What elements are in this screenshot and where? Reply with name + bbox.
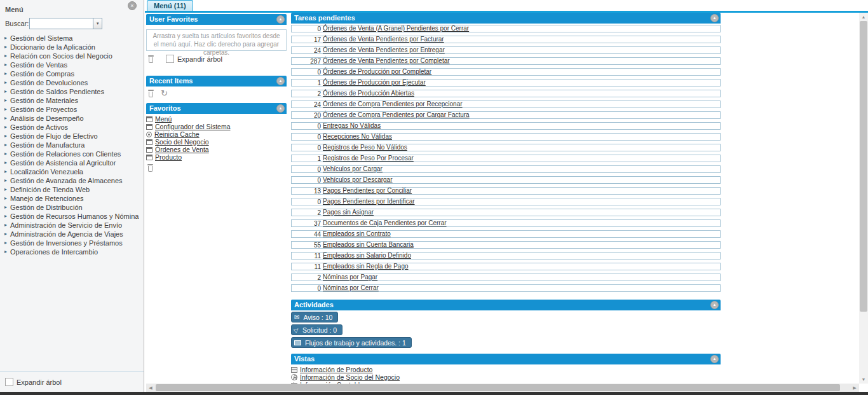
task-link[interactable]: Entregas No Válidas [323, 123, 381, 129]
menu-tree-item[interactable]: Gestión de Relaciones con Clientes [0, 149, 144, 158]
task-link[interactable]: Documentos de Caja Pendientes por Cerrar [323, 220, 447, 226]
menu-tree-item[interactable]: Gestión de Devoluciones [0, 78, 144, 87]
collapse-icon[interactable] [276, 15, 285, 24]
collapse-icon[interactable] [710, 301, 719, 309]
favorite-link[interactable]: Reinicia Cache [154, 131, 200, 138]
scroll-right-icon[interactable] [850, 384, 859, 392]
trash-icon[interactable] [147, 89, 154, 97]
favorite-link[interactable]: Configurador del Sistema [155, 123, 230, 130]
chevron-right-icon[interactable] [4, 176, 10, 185]
menu-tree-item[interactable]: Gestión de Asistencia al Agricultor [0, 158, 144, 167]
task-link[interactable]: Empleados sin Regla de Pago [323, 263, 409, 270]
scroll-down-icon[interactable] [859, 375, 868, 384]
chevron-right-icon[interactable] [4, 105, 10, 114]
favorite-item[interactable]: Menú [146, 115, 287, 123]
chevron-right-icon[interactable] [4, 239, 10, 247]
chevron-right-icon[interactable] [4, 221, 10, 230]
scroll-up-icon[interactable] [859, 13, 868, 21]
menu-tree-item[interactable]: Gestión de Recursos Humanos y Nómina [0, 212, 144, 221]
chevron-right-icon[interactable] [4, 149, 10, 158]
task-link[interactable]: Órdenes de Producción por Ejecutar [323, 80, 426, 86]
task-link[interactable]: Empleados sin Salario Definido [323, 253, 411, 259]
activity-button[interactable]: Flujos de trabajo y actividades. : 1 [291, 337, 412, 348]
chevron-right-icon[interactable] [4, 43, 10, 52]
task-link[interactable]: Órdenes de Venta Pendientes por Completa… [323, 58, 450, 64]
menu-tree-item[interactable]: Gestión del Sistema [0, 34, 144, 43]
favorite-item[interactable]: Socio del Negocio [146, 138, 287, 146]
chevron-right-icon[interactable] [4, 69, 10, 78]
trash-icon[interactable] [147, 163, 154, 172]
task-link[interactable]: Empleados sin Cuenta Bancaria [323, 242, 414, 248]
view-link[interactable]: Información de Socio del Negocio [300, 374, 400, 381]
expand-tree-checkbox[interactable] [5, 378, 13, 386]
task-link[interactable]: Pagos Pendientes por Identificar [323, 198, 415, 205]
collapse-icon[interactable] [710, 355, 719, 363]
menu-tree-item[interactable]: Análisis de Desempeño [0, 114, 144, 123]
task-link[interactable]: Órdenes de Venta Pendientes por Entregar [323, 47, 445, 53]
task-link[interactable]: Pagos Pendientes por Conciliar [323, 188, 412, 194]
task-link[interactable]: Órdenes de Producción por Completar [323, 69, 431, 75]
chevron-right-icon[interactable] [4, 185, 10, 194]
favorite-item[interactable]: Reinicia Cache [146, 130, 287, 138]
activity-button[interactable]: Solicitud : 0 [291, 324, 342, 335]
task-link[interactable]: Órdenes de Producción Abiertas [323, 90, 414, 97]
favorite-link[interactable]: Menú [155, 116, 172, 123]
menu-tree-item[interactable]: Operaciones de Intercambio [0, 247, 144, 256]
task-link[interactable]: Vehículos por Cargar [323, 166, 383, 172]
favorites-drop-zone[interactable]: Arrastra y suelta tus artículos favorito… [146, 29, 287, 51]
menu-tree-item[interactable]: Diccionario de la Aplicación [0, 43, 144, 52]
favorite-link[interactable]: Producto [155, 154, 182, 161]
menu-tree-item[interactable]: Gestión de Proyectos [0, 105, 144, 114]
menu-tree-item[interactable]: Administración de Agencia de Viajes [0, 230, 144, 239]
favorite-link[interactable]: Socio del Negocio [155, 139, 209, 146]
task-link[interactable]: Órdenes de Compra Pendientes por Recepci… [323, 101, 463, 107]
horizontal-scroll-thumb[interactable] [156, 384, 840, 391]
menu-tree-item[interactable]: Relación con Socios del Negocio [0, 52, 144, 60]
close-icon[interactable] [128, 1, 137, 10]
menu-tree-item[interactable]: Gestión de Compras [0, 69, 144, 78]
vertical-scroll-thumb[interactable] [860, 21, 867, 312]
refresh-icon[interactable] [161, 89, 168, 97]
chevron-right-icon[interactable] [4, 60, 10, 69]
task-link[interactable]: Nóminas por Pagar [323, 274, 377, 281]
favorite-item[interactable]: Producto [146, 153, 287, 161]
menu-tree-item[interactable]: Gestión de Saldos Pendientes [0, 87, 144, 96]
chevron-right-icon[interactable] [4, 194, 10, 203]
chevron-right-icon[interactable] [4, 52, 10, 60]
chevron-right-icon[interactable] [4, 132, 10, 141]
task-link[interactable]: Órdenes de Venta (A Granel) Pendientes p… [323, 25, 469, 32]
menu-tree-item[interactable]: Gestión de Activos [0, 123, 144, 132]
task-link[interactable]: Órdenes de Venta Pendientes por Facturar [323, 36, 444, 43]
scroll-left-icon[interactable] [146, 384, 155, 392]
view-item[interactable]: Información de Producto [291, 366, 721, 373]
favorite-item[interactable]: Órdenes de Venta [146, 146, 287, 153]
menu-tree-item[interactable]: Manejo de Retenciones [0, 194, 144, 203]
activity-button[interactable]: Aviso : 10 [291, 312, 338, 322]
chevron-right-icon[interactable] [4, 87, 10, 96]
chevron-right-icon[interactable] [4, 167, 10, 176]
chevron-right-icon[interactable] [4, 78, 10, 87]
trash-icon[interactable] [147, 55, 154, 63]
view-link[interactable]: Información de Producto [300, 366, 372, 373]
expand-tree-checkbox[interactable] [166, 55, 174, 63]
menu-tree-item[interactable]: Definición de Tienda Web [0, 185, 144, 194]
chevron-right-icon[interactable] [4, 114, 10, 123]
chevron-right-icon[interactable] [4, 34, 10, 43]
menu-tree-item[interactable]: Gestión de Ventas [0, 60, 144, 69]
task-link[interactable]: Nóminas por Cerrar [323, 285, 379, 291]
menu-tree-item[interactable]: Gestión de Distribución [0, 203, 144, 212]
task-link[interactable]: Recepciones No Válidas [323, 134, 392, 140]
chevron-right-icon[interactable] [4, 123, 10, 132]
collapse-icon[interactable] [276, 104, 285, 113]
chevron-right-icon[interactable] [4, 158, 10, 167]
tab-menu[interactable]: Menú (11) [147, 0, 193, 11]
collapse-icon[interactable] [276, 77, 285, 85]
chevron-right-icon[interactable] [4, 247, 10, 256]
chevron-down-icon[interactable] [93, 18, 102, 29]
menu-tree-item[interactable]: Localización Venezuela [0, 167, 144, 176]
task-link[interactable]: Vehículos por Descargar [323, 177, 393, 183]
search-input[interactable] [29, 18, 93, 29]
task-link[interactable]: Registros de Peso Por Procesar [323, 155, 414, 162]
chevron-right-icon[interactable] [4, 230, 10, 239]
task-link[interactable]: Órdenes de Compra Pendientes por Cargar … [323, 112, 470, 118]
